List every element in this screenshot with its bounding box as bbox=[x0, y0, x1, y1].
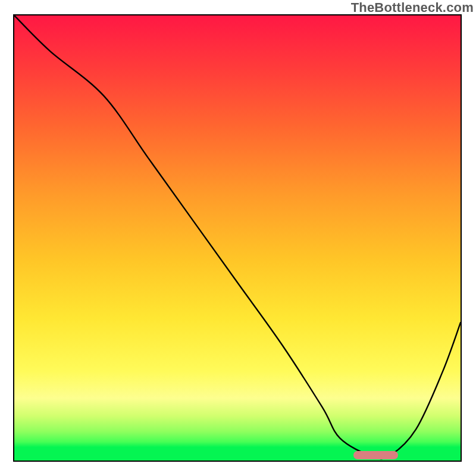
bottleneck-curve-path bbox=[14, 15, 461, 459]
attribution-text: TheBottleneck.com bbox=[351, 0, 474, 15]
optimum-range-marker bbox=[353, 451, 398, 459]
chart-heat-plot bbox=[13, 14, 462, 462]
bottleneck-curve-svg bbox=[14, 15, 461, 461]
